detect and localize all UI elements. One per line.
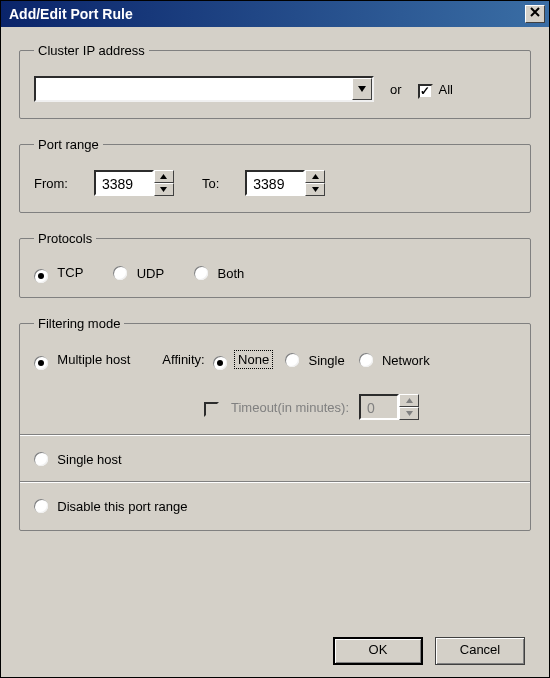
to-spin-up[interactable] xyxy=(305,170,325,183)
timeout-value: 0 xyxy=(359,394,399,420)
timeout-spin-up xyxy=(399,394,419,407)
svg-marker-4 xyxy=(312,187,319,192)
timeout-checkbox xyxy=(204,402,219,417)
cluster-ip-legend: Cluster IP address xyxy=(34,43,149,58)
port-range-row: From: 3389 To: 3389 xyxy=(34,170,516,196)
cluster-ip-group: Cluster IP address or All xyxy=(19,43,531,119)
both-radio[interactable] xyxy=(194,266,208,280)
single-host-radio[interactable] xyxy=(34,452,48,466)
affinity-group: Affinity: None Single Network xyxy=(162,351,443,368)
udp-label: UDP xyxy=(137,266,164,281)
single-host-label: Single host xyxy=(57,452,121,467)
single-host-option[interactable]: Single host xyxy=(34,450,122,467)
filtering-mode-legend: Filtering mode xyxy=(34,316,124,331)
divider-1 xyxy=(20,434,530,436)
from-label: From: xyxy=(34,176,68,191)
affinity-none-option[interactable]: None xyxy=(213,352,285,368)
from-spinner[interactable]: 3389 xyxy=(94,170,174,196)
to-value[interactable]: 3389 xyxy=(245,170,305,196)
ok-button[interactable]: OK xyxy=(333,637,423,665)
svg-marker-5 xyxy=(406,398,413,403)
affinity-none-radio[interactable] xyxy=(213,356,227,370)
timeout-spin-down xyxy=(399,407,419,420)
timeout-spinner: 0 xyxy=(359,394,419,420)
cluster-ip-value xyxy=(36,78,352,100)
port-range-group: Port range From: 3389 To: 3389 xyxy=(19,137,531,213)
from-spin-up[interactable] xyxy=(154,170,174,183)
window-title: Add/Edit Port Rule xyxy=(9,6,525,22)
to-label: To: xyxy=(202,176,219,191)
multiple-host-option[interactable]: Multiple host xyxy=(34,352,130,368)
title-bar: Add/Edit Port Rule xyxy=(1,1,549,27)
to-spin-down[interactable] xyxy=(305,183,325,196)
from-spin-buttons xyxy=(154,170,174,196)
from-value[interactable]: 3389 xyxy=(94,170,154,196)
from-spin-down[interactable] xyxy=(154,183,174,196)
svg-marker-6 xyxy=(406,411,413,416)
client-area: Cluster IP address or All Port range Fro… xyxy=(1,27,549,677)
svg-marker-0 xyxy=(358,86,366,92)
cluster-ip-row: or All xyxy=(34,76,516,102)
affinity-single-radio[interactable] xyxy=(285,353,299,367)
filtering-inner: Multiple host Affinity: None Single xyxy=(34,349,516,514)
multiple-host-row: Multiple host Affinity: None Single xyxy=(34,351,516,368)
all-label: All xyxy=(439,82,453,97)
all-checkbox[interactable] xyxy=(418,84,433,99)
both-option[interactable]: Both xyxy=(194,264,244,281)
timeout-label: Timeout(in minutes): xyxy=(231,400,349,415)
affinity-label: Affinity: xyxy=(162,352,204,367)
disable-radio[interactable] xyxy=(34,499,48,513)
protocols-legend: Protocols xyxy=(34,231,96,246)
multiple-host-label: Multiple host xyxy=(57,352,130,367)
affinity-single-label: Single xyxy=(308,353,344,368)
timeout-row: Timeout(in minutes): 0 xyxy=(34,394,516,420)
filtering-mode-group: Filtering mode Multiple host Affinity: N… xyxy=(19,316,531,531)
divider-2 xyxy=(20,481,530,483)
cluster-ip-dropdown[interactable] xyxy=(34,76,374,102)
tcp-radio[interactable] xyxy=(34,269,48,283)
timeout-spin-buttons xyxy=(399,394,419,420)
dialog-window: Add/Edit Port Rule Cluster IP address or… xyxy=(0,0,550,678)
svg-marker-2 xyxy=(160,187,167,192)
affinity-none-label: None xyxy=(236,352,271,367)
to-spin-buttons xyxy=(305,170,325,196)
svg-marker-1 xyxy=(160,174,167,179)
or-label: or xyxy=(390,82,402,97)
close-button[interactable] xyxy=(525,5,545,23)
single-host-row: Single host xyxy=(34,450,516,467)
to-spinner[interactable]: 3389 xyxy=(245,170,325,196)
cancel-button[interactable]: Cancel xyxy=(435,637,525,665)
affinity-network-label: Network xyxy=(382,353,430,368)
disable-label: Disable this port range xyxy=(57,499,187,514)
affinity-single-option[interactable]: Single xyxy=(285,351,358,368)
dropdown-arrow-button[interactable] xyxy=(352,78,372,100)
affinity-network-option[interactable]: Network xyxy=(359,351,444,368)
multiple-host-radio[interactable] xyxy=(34,356,48,370)
affinity-network-radio[interactable] xyxy=(359,353,373,367)
port-range-legend: Port range xyxy=(34,137,103,152)
udp-option[interactable]: UDP xyxy=(113,264,164,281)
dialog-buttons: OK Cancel xyxy=(19,633,531,665)
svg-marker-3 xyxy=(312,174,319,179)
protocols-group: Protocols TCP UDP Both xyxy=(19,231,531,298)
tcp-option[interactable]: TCP xyxy=(34,265,83,281)
both-label: Both xyxy=(217,266,244,281)
disable-row: Disable this port range xyxy=(34,497,516,514)
protocols-row: TCP UDP Both xyxy=(34,264,516,281)
tcp-label: TCP xyxy=(57,265,83,280)
disable-option[interactable]: Disable this port range xyxy=(34,497,187,514)
udp-radio[interactable] xyxy=(113,266,127,280)
